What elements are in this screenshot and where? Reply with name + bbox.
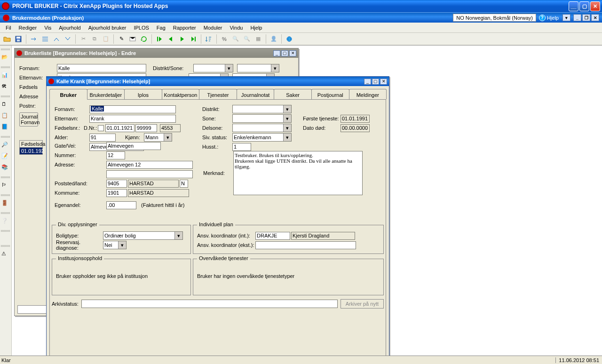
locale-selector[interactable]: NO Norwegian, Bokmål (Norway): [453, 14, 536, 22]
mdi-minimize-button[interactable]: _: [573, 14, 581, 21]
globe-icon[interactable]: [284, 34, 294, 44]
sort-icon[interactable]: [204, 34, 214, 44]
bl-list-row[interactable]: 01.01.192: [20, 148, 42, 154]
boligtype-select[interactable]: Ordinær bolig: [103, 231, 183, 240]
sivstatus-select[interactable]: Enke/enkemann: [232, 133, 292, 142]
kalle-titlebar[interactable]: Kalle Krank [Begrunnelse: Helsehjelp] _ …: [47, 77, 389, 86]
side-clipboard-icon[interactable]: 📋: [1, 112, 10, 121]
brukerliste-minimize[interactable]: _: [273, 50, 280, 56]
menu-fag[interactable]: Fag: [153, 24, 169, 32]
minimize-button[interactable]: __: [569, 1, 578, 11]
bl-sone-select[interactable]: [237, 64, 279, 72]
open-icon[interactable]: [2, 34, 12, 44]
kalle-close[interactable]: ✕: [380, 79, 387, 85]
last-icon[interactable]: [188, 34, 198, 44]
prev-icon[interactable]: [166, 34, 176, 44]
postnr-input[interactable]: [106, 180, 127, 188]
menu-vindu[interactable]: Vindu: [226, 24, 246, 32]
brukerliste-close[interactable]: ✕: [289, 50, 296, 56]
mail-icon[interactable]: [127, 34, 138, 44]
grid-icon[interactable]: ▦: [253, 34, 263, 44]
nav-down-icon[interactable]: [63, 34, 73, 44]
zoom-out-icon[interactable]: 🔍: [242, 34, 252, 44]
save-icon[interactable]: [13, 34, 24, 44]
side-list-icon[interactable]: 🗒: [1, 101, 10, 110]
personnr-input[interactable]: [135, 124, 157, 132]
arkiver-button[interactable]: Arkiver på nytt: [341, 299, 384, 309]
nav-up-icon[interactable]: [51, 34, 62, 44]
egenandel-input[interactable]: [106, 201, 136, 209]
menu-vis[interactable]: Vis: [40, 24, 55, 32]
side-search-icon[interactable]: 🔎: [1, 142, 10, 150]
bl-fornavn-input[interactable]: Kalle: [57, 64, 146, 72]
adresse2-input[interactable]: [106, 170, 193, 178]
distrikt-select[interactable]: [232, 105, 292, 113]
help-button[interactable]: ? Hjelp: [539, 15, 559, 21]
tab-brukerdetaljer[interactable]: Brukerdetaljer: [87, 89, 125, 99]
menu-rediger[interactable]: Rediger: [15, 24, 41, 32]
side-flag-icon[interactable]: 🏳: [1, 182, 10, 190]
fornavn-input[interactable]: Kalle: [89, 105, 176, 113]
kalle-maximize[interactable]: ▢: [372, 79, 379, 85]
side-note-icon[interactable]: 📝: [1, 153, 10, 161]
paste-icon[interactable]: 📋: [101, 34, 111, 44]
side-help-icon[interactable]: ❔: [1, 218, 10, 226]
xp-titlebar[interactable]: PROFIL BRUKER - Citrix XenApp Plugins fo…: [0, 0, 602, 12]
percent-icon[interactable]: %: [219, 34, 230, 44]
side-stack-icon[interactable]: 📚: [1, 164, 10, 173]
edit-icon[interactable]: ✎: [116, 34, 127, 44]
koord-ekst[interactable]: [255, 241, 356, 249]
side-exit-icon[interactable]: 🚪: [1, 200, 10, 208]
bl-list[interactable]: Fødselsda 01.01.192: [19, 140, 43, 155]
brukerliste-titlebar[interactable]: Brukerliste [Begrunnelse: Helsehjelp] - …: [15, 48, 298, 58]
tab-kontaktperson[interactable]: Kontaktperson: [162, 89, 200, 99]
dnr-checkbox[interactable]: [98, 125, 104, 131]
cut-icon[interactable]: ✂: [78, 34, 88, 44]
mdi-help-dropdown[interactable]: ▾: [562, 14, 570, 21]
tab-saker[interactable]: Saker: [274, 89, 312, 99]
side-folder-icon[interactable]: 📂: [1, 54, 10, 63]
side-warning-icon[interactable]: ⚠: [1, 251, 10, 259]
etternavn-input[interactable]: [89, 115, 176, 123]
next-icon[interactable]: [177, 34, 187, 44]
koord-int-code[interactable]: [255, 232, 290, 240]
mdi-close-button[interactable]: ✕: [591, 14, 599, 21]
sone-select[interactable]: [232, 114, 292, 123]
side-chart-icon[interactable]: 📊: [1, 72, 10, 80]
menu-ajourhold-bruker[interactable]: Ajourhold bruker: [85, 24, 130, 32]
delete-row-icon[interactable]: [40, 34, 50, 44]
window-kalle[interactable]: Kalle Krank [Begrunnelse: Helsehjelp] _ …: [46, 76, 389, 363]
nummer-input[interactable]: [106, 151, 125, 159]
tab-meldinger[interactable]: Meldinger: [349, 89, 387, 99]
insert-row-icon[interactable]: [29, 34, 39, 44]
side-tools-icon[interactable]: 🛠: [1, 83, 10, 92]
tab-journalnotat[interactable]: Journalnotat: [237, 89, 275, 99]
tab-tjenester[interactable]: Tjenester: [199, 89, 237, 99]
komnr-input[interactable]: [106, 189, 127, 197]
fodsdatum-input[interactable]: [105, 124, 135, 132]
maximize-button[interactable]: ▢: [579, 1, 589, 11]
menu-fil[interactable]: Fil: [2, 24, 15, 32]
menu-moduler[interactable]: Moduler: [200, 24, 226, 32]
close-button[interactable]: ✕: [590, 1, 600, 11]
delsone-select[interactable]: [232, 124, 292, 132]
gatevei-inputA[interactable]: [106, 142, 161, 150]
bl-distrikt-select[interactable]: [193, 64, 233, 72]
merknad-textarea[interactable]: [233, 151, 363, 195]
zoom-in-icon[interactable]: 🔍: [230, 34, 241, 44]
side-book-icon[interactable]: 📘: [1, 124, 10, 132]
menu-rapporter[interactable]: Rapporter: [169, 24, 200, 32]
alder-input[interactable]: [89, 134, 116, 142]
reservasj-select[interactable]: Nei: [103, 241, 127, 249]
tab-postjournal[interactable]: Postjournal: [311, 89, 349, 99]
user-icon[interactable]: 👤: [269, 34, 279, 44]
kalle-minimize[interactable]: _: [364, 79, 371, 85]
postland-input[interactable]: [180, 180, 188, 188]
menu-iplos[interactable]: IPLOS: [130, 24, 152, 32]
bl-list-header[interactable]: Fødselsda: [20, 141, 42, 148]
first-icon[interactable]: [154, 34, 165, 44]
arkivstatus-input[interactable]: [81, 300, 338, 308]
menu-hjelp[interactable]: Hjelp: [246, 24, 266, 32]
brukerliste-maximize[interactable]: ▢: [281, 50, 288, 56]
kjonn-select[interactable]: Mann: [144, 133, 172, 142]
